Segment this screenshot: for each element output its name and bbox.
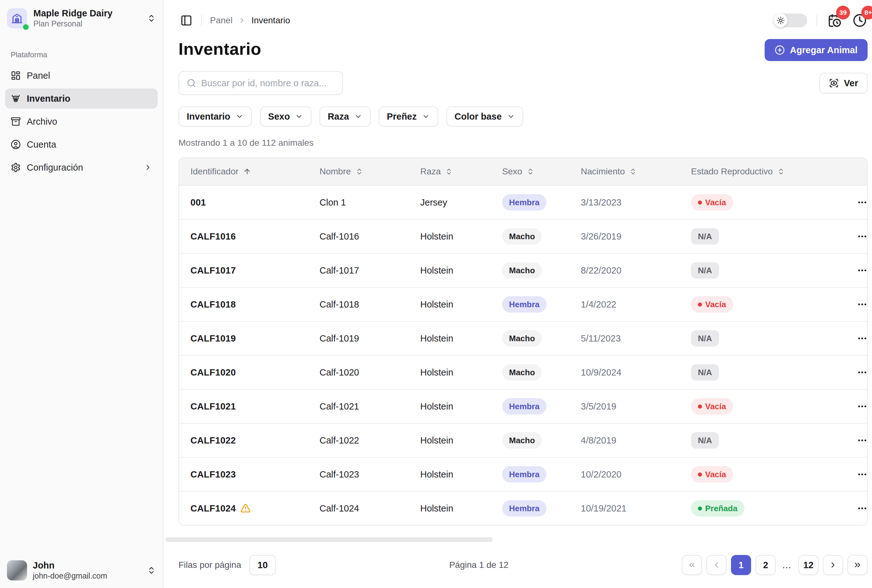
status-dot-icon (698, 405, 702, 409)
filter-raza[interactable]: Raza (320, 106, 371, 126)
table-row[interactable]: CALF1023 Calf-1023 Holstein Hembra 10/2/… (179, 457, 867, 491)
status-badge: N/A (691, 262, 719, 279)
cell-name: Calf-1019 (308, 333, 409, 344)
dashboard-icon (11, 70, 21, 81)
column-header-nombre[interactable]: Nombre (308, 166, 409, 177)
row-actions-button[interactable] (855, 433, 867, 448)
sidebar-item-cuenta[interactable]: Cuenta (5, 134, 158, 154)
table-row[interactable]: CALF1017 Calf-1017 Holstein Macho 8/22/2… (179, 253, 867, 287)
row-actions-button[interactable] (855, 297, 867, 312)
cell-sex: Macho (491, 330, 569, 346)
horizontal-scrollbar-thumb[interactable] (165, 537, 493, 542)
filter-color-base[interactable]: Color base (446, 106, 523, 126)
page-title: Inventario (179, 39, 261, 58)
next-page-button[interactable] (823, 555, 843, 575)
sidebar-toggle-button[interactable] (180, 14, 193, 27)
page-button-12[interactable]: 12 (798, 555, 818, 575)
breadcrumb-parent[interactable]: Panel (210, 15, 233, 26)
chevrons-right-icon (853, 561, 862, 569)
row-actions-button[interactable] (855, 263, 867, 278)
sidebar-item-inventario[interactable]: Inventario (5, 88, 158, 109)
cell-breed: Holstein (409, 299, 491, 310)
cell-reproductive-status: Vacía (680, 296, 843, 313)
page-button-2[interactable]: 2 (755, 555, 776, 575)
row-actions-button[interactable] (855, 467, 867, 482)
cell-actions (843, 501, 867, 516)
table-row[interactable]: CALF1016 Calf-1016 Holstein Macho 3/26/2… (179, 219, 867, 253)
column-header-sexo[interactable]: Sexo (491, 166, 569, 177)
cell-actions (843, 229, 867, 244)
ellipsis-icon (857, 367, 867, 378)
ellipsis-icon (857, 299, 867, 310)
view-button-label: Ver (844, 78, 858, 88)
filters-row: Inventario Sexo Raza Preñez Color base (164, 106, 872, 126)
search-input[interactable] (201, 78, 335, 88)
calendar-clock-button[interactable]: 39 (827, 13, 842, 28)
table-row[interactable]: 001 Clon 1 Jersey Hembra 3/13/2023 Vacía (179, 185, 867, 219)
prev-page-button[interactable] (707, 555, 726, 575)
table-row[interactable]: CALF1021 Calf-1021 Holstein Hembra 3/5/2… (179, 389, 867, 423)
row-actions-button[interactable] (855, 501, 867, 516)
filter-sexo[interactable]: Sexo (260, 106, 311, 126)
column-header-nacimiento[interactable]: Nacimiento (569, 166, 680, 177)
sex-badge: Hembra (502, 296, 546, 313)
status-badge: N/A (691, 330, 719, 346)
sidebar-item-archivo[interactable]: Archivo (5, 111, 158, 132)
cell-breed: Holstein (409, 368, 491, 378)
filter-prenez[interactable]: Preñez (379, 106, 438, 126)
table-row[interactable]: CALF1024 Calf-1024 Holstein Hembra 10/19… (179, 491, 867, 525)
table-row[interactable]: CALF1018 Calf-1018 Holstein Hembra 1/4/2… (179, 287, 867, 321)
last-page-button[interactable] (848, 555, 867, 575)
add-animal-button[interactable]: Agregar Animal (765, 39, 867, 61)
chevrons-up-down-icon (527, 168, 534, 176)
row-actions-button[interactable] (855, 229, 867, 244)
cell-sex: Hembra (491, 500, 569, 516)
rows-per-page: Filas por página 10 (179, 555, 276, 575)
breadcrumb-current: Inventario (252, 15, 290, 26)
theme-toggle[interactable] (774, 14, 807, 27)
column-header-raza[interactable]: Raza (409, 166, 491, 177)
column-header-identificador[interactable]: Identificador (179, 166, 308, 177)
sex-badge: Macho (502, 364, 542, 381)
column-header-estado-reproductivo[interactable]: Estado Reproductivo (680, 166, 843, 177)
rows-per-page-select[interactable]: 10 (249, 555, 276, 575)
filter-inventario[interactable]: Inventario (179, 106, 252, 126)
column-label: Nacimiento (581, 166, 625, 177)
chevrons-left-icon (687, 561, 696, 569)
table-row[interactable]: CALF1019 Calf-1019 Holstein Macho 5/11/2… (179, 321, 867, 355)
rows-per-page-label: Filas por página (179, 560, 241, 570)
table-row[interactable]: CALF1022 Calf-1022 Holstein Macho 4/8/20… (179, 423, 867, 457)
status-dot-icon (698, 472, 702, 477)
sun-icon (777, 16, 785, 24)
cell-sex: Hembra (491, 466, 569, 483)
user-menu[interactable]: John john-doe@gmail.com (5, 558, 158, 583)
sidebar-item-configuracion[interactable]: Configuración (5, 158, 158, 177)
cow-icon (11, 93, 21, 104)
page-button-1[interactable]: 1 (731, 555, 751, 575)
cell-identifier: CALF1023 (179, 470, 308, 480)
org-switcher[interactable]: Maple Ridge Dairy Plan Personal (5, 6, 158, 31)
sidebar-item-panel[interactable]: Panel (5, 66, 158, 86)
view-button[interactable]: Ver (819, 73, 867, 93)
chevron-down-icon (236, 112, 244, 120)
cell-name: Calf-1020 (308, 368, 409, 378)
table-row[interactable]: CALF1020 Calf-1020 Holstein Macho 10/9/2… (179, 355, 867, 389)
cell-birthdate: 5/11/2023 (569, 333, 680, 344)
clock-button[interactable]: 8+ (852, 13, 867, 28)
row-actions-button[interactable] (855, 331, 867, 346)
cell-breed: Holstein (409, 401, 491, 412)
cell-identifier: CALF1020 (179, 368, 308, 378)
ellipsis-icon (857, 503, 867, 514)
row-actions-button[interactable] (855, 195, 867, 210)
cell-reproductive-status: Preñada (680, 500, 843, 516)
avatar (7, 560, 27, 580)
ellipsis-icon (857, 333, 867, 344)
cell-actions (843, 331, 867, 346)
sidebar-section-label: Plataforma (11, 50, 158, 59)
first-page-button[interactable] (682, 555, 702, 575)
sidebar-item-label: Inventario (27, 93, 71, 104)
row-actions-button[interactable] (855, 399, 867, 414)
pagination: 12…12 (682, 555, 867, 575)
row-actions-button[interactable] (855, 365, 867, 380)
chevron-right-icon (144, 164, 152, 171)
